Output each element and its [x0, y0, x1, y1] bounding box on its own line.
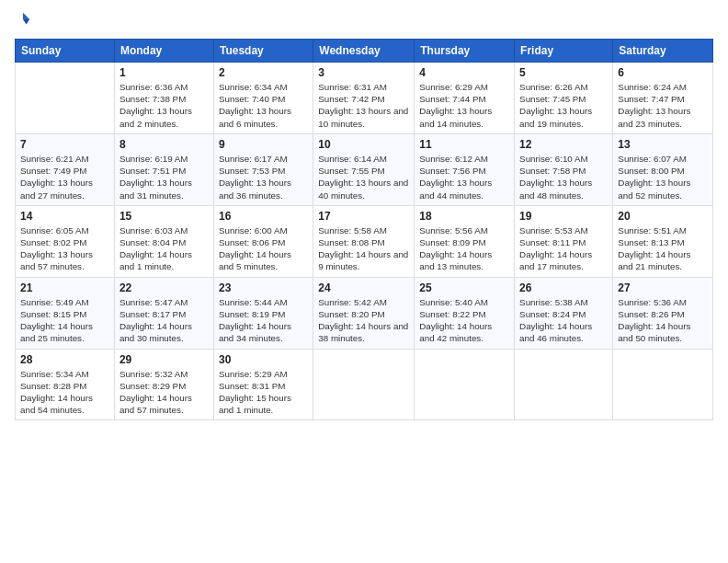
day-cell: 24Sunrise: 5:42 AMSunset: 8:20 PMDayligh…: [313, 277, 415, 349]
weekday-header-thursday: Thursday: [415, 40, 515, 63]
day-info: Sunrise: 5:32 AMSunset: 8:29 PMDaylight:…: [119, 368, 209, 417]
day-info: Sunrise: 5:56 AMSunset: 8:09 PMDaylight:…: [419, 224, 509, 273]
day-cell: 11Sunrise: 6:12 AMSunset: 7:56 PMDayligh…: [415, 133, 515, 205]
svg-marker-1: [23, 19, 29, 24]
day-cell: 29Sunrise: 5:32 AMSunset: 8:29 PMDayligh…: [114, 349, 213, 420]
day-number: 22: [119, 282, 209, 294]
day-cell: 14Sunrise: 6:05 AMSunset: 8:02 PMDayligh…: [16, 205, 115, 277]
weekday-header-tuesday: Tuesday: [213, 40, 313, 63]
day-number: 1: [119, 66, 209, 79]
logo: [15, 11, 33, 31]
week-row-3: 14Sunrise: 6:05 AMSunset: 8:02 PMDayligh…: [16, 205, 713, 277]
weekday-header-monday: Monday: [114, 40, 213, 63]
day-cell: 2Sunrise: 6:34 AMSunset: 7:40 PMDaylight…: [213, 63, 313, 134]
day-number: 25: [419, 282, 509, 294]
day-info: Sunrise: 5:49 AMSunset: 8:15 PMDaylight:…: [20, 296, 109, 345]
day-info: Sunrise: 5:44 AMSunset: 8:19 PMDaylight:…: [219, 296, 308, 345]
week-row-1: 1Sunrise: 6:36 AMSunset: 7:38 PMDaylight…: [16, 63, 713, 134]
svg-marker-0: [23, 13, 29, 19]
day-number: 6: [618, 66, 708, 79]
day-info: Sunrise: 5:29 AMSunset: 8:31 PMDaylight:…: [219, 368, 308, 417]
day-number: 7: [20, 138, 109, 151]
day-info: Sunrise: 6:10 AMSunset: 7:58 PMDaylight:…: [519, 153, 608, 201]
day-cell: 4Sunrise: 6:29 AMSunset: 7:44 PMDaylight…: [415, 63, 515, 134]
day-info: Sunrise: 5:36 AMSunset: 8:26 PMDaylight:…: [618, 296, 708, 345]
day-number: 28: [20, 353, 109, 366]
day-cell: 22Sunrise: 5:47 AMSunset: 8:17 PMDayligh…: [114, 277, 213, 349]
day-cell: [515, 349, 613, 420]
day-info: Sunrise: 6:14 AMSunset: 7:55 PMDaylight:…: [318, 153, 409, 201]
day-number: 24: [318, 282, 409, 294]
day-number: 30: [219, 353, 308, 366]
day-cell: 6Sunrise: 6:24 AMSunset: 7:47 PMDaylight…: [613, 63, 713, 134]
day-cell: 8Sunrise: 6:19 AMSunset: 7:51 PMDaylight…: [114, 133, 213, 205]
day-cell: 18Sunrise: 5:56 AMSunset: 8:09 PMDayligh…: [415, 205, 515, 277]
day-number: 20: [618, 210, 708, 223]
day-number: 26: [519, 282, 608, 294]
weekday-header-friday: Friday: [515, 40, 613, 63]
day-info: Sunrise: 5:53 AMSunset: 8:11 PMDaylight:…: [519, 224, 608, 273]
day-cell: 17Sunrise: 5:58 AMSunset: 8:08 PMDayligh…: [313, 205, 415, 277]
day-cell: 5Sunrise: 6:26 AMSunset: 7:45 PMDaylight…: [515, 63, 613, 134]
day-info: Sunrise: 6:12 AMSunset: 7:56 PMDaylight:…: [419, 153, 509, 201]
day-cell: 7Sunrise: 6:21 AMSunset: 7:49 PMDaylight…: [16, 133, 115, 205]
day-number: 29: [119, 353, 209, 366]
day-cell: 16Sunrise: 6:00 AMSunset: 8:06 PMDayligh…: [213, 205, 313, 277]
day-info: Sunrise: 6:29 AMSunset: 7:44 PMDaylight:…: [419, 81, 509, 130]
day-info: Sunrise: 6:21 AMSunset: 7:49 PMDaylight:…: [20, 153, 109, 201]
calendar-table: SundayMondayTuesdayWednesdayThursdayFrid…: [15, 39, 713, 420]
day-info: Sunrise: 6:31 AMSunset: 7:42 PMDaylight:…: [318, 81, 409, 130]
weekday-header-sunday: Sunday: [16, 40, 115, 63]
day-cell: [313, 349, 415, 420]
day-info: Sunrise: 6:05 AMSunset: 8:02 PMDaylight:…: [20, 224, 109, 273]
day-info: Sunrise: 6:03 AMSunset: 8:04 PMDaylight:…: [119, 224, 209, 273]
day-number: 12: [519, 138, 608, 151]
day-cell: 9Sunrise: 6:17 AMSunset: 7:53 PMDaylight…: [213, 133, 313, 205]
day-cell: 21Sunrise: 5:49 AMSunset: 8:15 PMDayligh…: [16, 277, 115, 349]
weekday-header-row: SundayMondayTuesdayWednesdayThursdayFrid…: [16, 40, 713, 63]
day-number: 9: [219, 138, 308, 151]
day-cell: 10Sunrise: 6:14 AMSunset: 7:55 PMDayligh…: [313, 133, 415, 205]
day-number: 15: [119, 210, 209, 223]
day-info: Sunrise: 5:42 AMSunset: 8:20 PMDaylight:…: [318, 296, 409, 345]
day-cell: 26Sunrise: 5:38 AMSunset: 8:24 PMDayligh…: [515, 277, 613, 349]
day-info: Sunrise: 5:34 AMSunset: 8:28 PMDaylight:…: [20, 368, 109, 417]
day-info: Sunrise: 6:24 AMSunset: 7:47 PMDaylight:…: [618, 81, 708, 130]
day-cell: [415, 349, 515, 420]
day-number: 19: [519, 210, 608, 223]
day-cell: 27Sunrise: 5:36 AMSunset: 8:26 PMDayligh…: [613, 277, 713, 349]
day-number: 11: [419, 138, 509, 151]
day-cell: 3Sunrise: 6:31 AMSunset: 7:42 PMDaylight…: [313, 63, 415, 134]
day-cell: [16, 63, 115, 134]
header: [15, 11, 713, 31]
weekday-header-saturday: Saturday: [613, 40, 713, 63]
day-info: Sunrise: 5:38 AMSunset: 8:24 PMDaylight:…: [519, 296, 608, 345]
day-cell: 23Sunrise: 5:44 AMSunset: 8:19 PMDayligh…: [213, 277, 313, 349]
day-info: Sunrise: 6:19 AMSunset: 7:51 PMDaylight:…: [119, 153, 209, 201]
day-number: 14: [20, 210, 109, 223]
day-number: 10: [318, 138, 409, 151]
day-number: 2: [219, 66, 308, 79]
day-number: 16: [219, 210, 308, 223]
day-number: 17: [318, 210, 409, 223]
day-info: Sunrise: 5:51 AMSunset: 8:13 PMDaylight:…: [618, 224, 708, 273]
page: SundayMondayTuesdayWednesdayThursdayFrid…: [0, 0, 728, 563]
day-cell: 20Sunrise: 5:51 AMSunset: 8:13 PMDayligh…: [613, 205, 713, 277]
day-number: 13: [618, 138, 708, 151]
day-info: Sunrise: 6:34 AMSunset: 7:40 PMDaylight:…: [219, 81, 308, 130]
day-cell: 25Sunrise: 5:40 AMSunset: 8:22 PMDayligh…: [415, 277, 515, 349]
day-cell: 19Sunrise: 5:53 AMSunset: 8:11 PMDayligh…: [515, 205, 613, 277]
logo-icon: [15, 11, 31, 28]
day-cell: 30Sunrise: 5:29 AMSunset: 8:31 PMDayligh…: [213, 349, 313, 420]
day-number: 5: [519, 66, 608, 79]
day-info: Sunrise: 5:47 AMSunset: 8:17 PMDaylight:…: [119, 296, 209, 345]
day-number: 23: [219, 282, 308, 294]
day-info: Sunrise: 6:07 AMSunset: 8:00 PMDaylight:…: [618, 153, 708, 201]
day-number: 21: [20, 282, 109, 294]
day-cell: [613, 349, 713, 420]
day-cell: 15Sunrise: 6:03 AMSunset: 8:04 PMDayligh…: [114, 205, 213, 277]
day-info: Sunrise: 6:17 AMSunset: 7:53 PMDaylight:…: [219, 153, 308, 201]
day-info: Sunrise: 6:26 AMSunset: 7:45 PMDaylight:…: [519, 81, 608, 130]
week-row-4: 21Sunrise: 5:49 AMSunset: 8:15 PMDayligh…: [16, 277, 713, 349]
day-number: 3: [318, 66, 409, 79]
